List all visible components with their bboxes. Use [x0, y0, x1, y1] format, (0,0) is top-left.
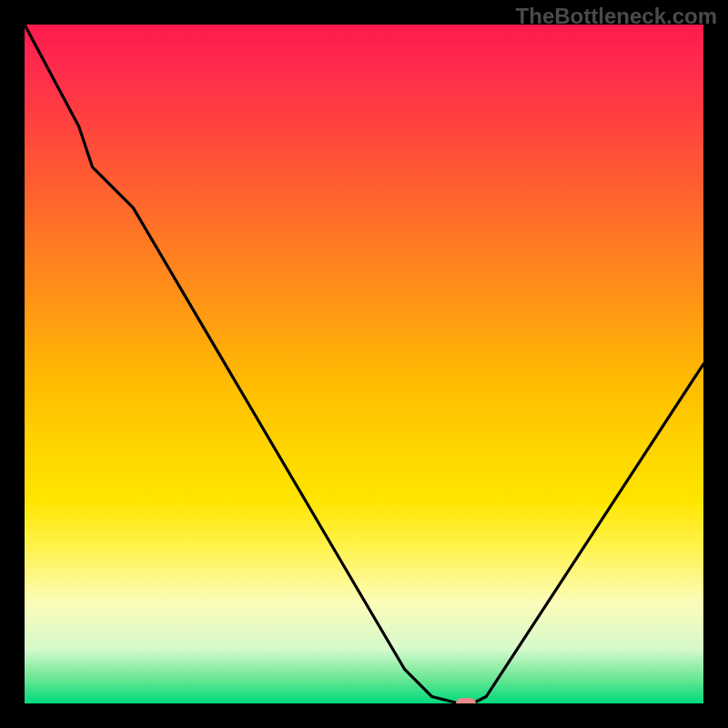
plot-area [25, 25, 703, 703]
chart-frame: TheBottleneck.com [0, 0, 728, 728]
gradient-background [25, 25, 703, 703]
watermark-text: TheBottleneck.com [516, 4, 717, 29]
optimal-marker [456, 698, 476, 703]
